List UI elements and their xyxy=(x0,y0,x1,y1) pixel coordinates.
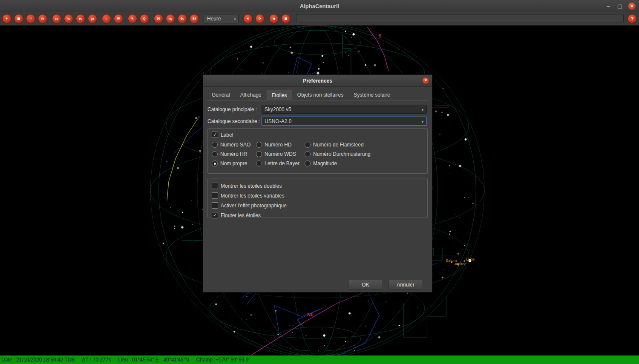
radio-icon[interactable] xyxy=(256,151,262,157)
radio-numero-hd[interactable]: Numéro HD xyxy=(256,142,305,148)
cancel-button[interactable]: Annuler xyxy=(388,280,423,289)
minimize-icon[interactable]: – xyxy=(605,3,611,9)
radio-icon[interactable] xyxy=(305,161,311,166)
radio-icon[interactable] xyxy=(305,142,311,148)
time-step-forward-icon[interactable]: ⟳ xyxy=(255,14,265,23)
catalog-ho-icon[interactable]: ho xyxy=(64,14,73,23)
toolbar-group-5: 60 ng 6c S9 xyxy=(154,14,199,23)
toolbar-group-2: cu ho ec ga xyxy=(52,14,97,23)
secondary-catalog-row: Catalogue secondaire : USNO-A2.0 xyxy=(207,117,427,126)
checkbox-label-text: Montrer les étoiles variables xyxy=(221,193,284,199)
dialog-tabs: Général Affichage Etoiles Objets non ste… xyxy=(207,90,429,100)
tab-etoiles[interactable]: Etoiles xyxy=(267,90,292,100)
clock-icon[interactable]: ◷ xyxy=(38,14,47,23)
label-radio-grid: Numéro SAO Numéro HD Numéro de Flamsteed… xyxy=(212,142,423,166)
radio-label-text: Numéro Durchmusterung xyxy=(313,151,371,157)
radio-numero-sao[interactable]: Numéro SAO xyxy=(212,142,256,148)
stopwatch-icon[interactable]: ◔ xyxy=(26,14,35,23)
radio-icon[interactable] xyxy=(212,161,218,166)
status-location: Lieu : 01°45'54" E - 49°41'45"N xyxy=(118,357,189,363)
radio-icon[interactable] xyxy=(256,161,262,166)
sky-label-s: S xyxy=(378,33,381,38)
close-icon[interactable]: × xyxy=(628,3,636,10)
tab-systeme-solaire[interactable]: Système solaire xyxy=(348,90,395,100)
time-step-back-icon[interactable]: ⟲ xyxy=(243,14,253,23)
tab-general[interactable]: Général xyxy=(207,90,235,100)
radio-icon[interactable] xyxy=(256,142,262,148)
checkbox-label-text: Flouter les étoiles xyxy=(221,212,261,218)
checkbox-label[interactable]: Label xyxy=(212,132,233,138)
radio-icon[interactable] xyxy=(212,151,218,157)
checkbox-etoiles-variables[interactable]: Montrer les étoiles variables xyxy=(212,192,287,199)
toolbar-group-3: ⌂ W xyxy=(102,14,123,23)
radio-nom-propre[interactable]: Nom propre xyxy=(212,161,256,166)
toolbar-group-4: ✎ Q xyxy=(128,14,149,23)
checkbox-icon[interactable] xyxy=(212,202,218,209)
catalog-ec-icon[interactable]: ec xyxy=(76,14,85,23)
checkbox-effet-photographique[interactable]: Activer l'effet photographique xyxy=(212,202,287,209)
maximize-icon[interactable]: ▢ xyxy=(617,3,623,9)
chevron-down-icon xyxy=(419,118,426,124)
radio-numero-flamsteed[interactable]: Numéro de Flamsteed xyxy=(305,142,423,148)
status-delta-t: ΔT : 70.277s xyxy=(82,357,111,363)
radio-numero-wds[interactable]: Numéro WDS xyxy=(256,151,305,157)
status-date: Date : 21/10/2020 18:50:42 TDB xyxy=(1,357,75,363)
checkbox-label-text: Montrer les étoiles doubles xyxy=(221,183,282,189)
ok-button[interactable]: OK xyxy=(348,280,383,289)
radio-label-text: Numéro SAO xyxy=(220,142,250,148)
window-controls: – ▢ × xyxy=(605,0,636,12)
primary-catalog-dropdown[interactable]: Sky2000 v5 xyxy=(262,105,427,114)
radio-numero-hr[interactable]: Numéro HR xyxy=(212,151,256,157)
catalog-ga-icon[interactable]: ga xyxy=(88,14,97,23)
star-display-checklist: Montrer les étoiles doubles Montrer les … xyxy=(212,183,287,218)
field-6c-icon[interactable]: 6c xyxy=(178,14,187,23)
chevron-down-icon xyxy=(232,16,238,22)
checkbox-flouter-etoiles[interactable]: Flouter les étoiles xyxy=(212,212,287,218)
zoom-60-icon[interactable]: 60 xyxy=(154,14,163,23)
radio-icon[interactable] xyxy=(212,142,218,148)
snapshot-icon[interactable]: ▣ xyxy=(281,14,291,23)
time-step-dropdown[interactable]: Heure xyxy=(204,14,239,23)
label-options-group: Label Numéro SAO Numéro HD Numéro de Fla… xyxy=(207,128,428,174)
stars-chart-icon[interactable]: ✶ xyxy=(2,14,12,23)
star-display-group: Montrer les étoiles doubles Montrer les … xyxy=(207,178,428,218)
field-s9-icon[interactable]: S9 xyxy=(190,14,199,23)
catalog-cu-icon[interactable]: cu xyxy=(52,14,61,23)
radio-lettre-bayer[interactable]: Lettre de Bayer xyxy=(256,161,305,166)
edit-chart-icon[interactable]: ✎ xyxy=(128,14,137,23)
radio-label-text: Numéro de Flamsteed xyxy=(313,142,364,148)
help-icon[interactable]: ? xyxy=(627,14,637,23)
home-position-icon[interactable]: ⌂ xyxy=(102,14,111,23)
dialog-close-icon[interactable]: × xyxy=(423,77,429,84)
tab-objets-non-stellaires[interactable]: Objets non stellaires xyxy=(292,90,349,100)
radio-magnitude[interactable]: Magnitude xyxy=(305,161,423,166)
radio-icon[interactable] xyxy=(305,151,311,157)
checkbox-icon[interactable] xyxy=(212,192,218,199)
radio-numero-durchmusterung[interactable]: Numéro Durchmusterung xyxy=(305,151,423,157)
secondary-catalog-dropdown[interactable]: USNO-A2.0 xyxy=(262,117,427,126)
status-bar: Date : 21/10/2020 18:50:42 TDB ΔT : 70.2… xyxy=(0,355,639,364)
checkbox-icon[interactable] xyxy=(212,212,218,218)
search-object-icon[interactable]: Q xyxy=(140,14,149,23)
main-toolbar: ✶ ▦ ◔ ◷ cu ho ec ga ⌂ W ✎ Q 60 ng 6c S9 … xyxy=(0,12,639,26)
checkbox-icon[interactable] xyxy=(212,183,218,189)
secondary-catalog-value: USNO-A2.0 xyxy=(262,118,419,124)
command-input[interactable] xyxy=(296,14,624,23)
toolbar-group-1: ✶ ▦ ◔ ◷ xyxy=(2,14,47,23)
preferences-dialog: Préférences × Général Affichage Etoiles … xyxy=(203,75,432,292)
toolbar-group-6: ⟲ ⟳ xyxy=(243,14,265,23)
time-step-value: Heure xyxy=(204,16,232,22)
dialog-buttons: OK Annuler xyxy=(348,280,423,289)
wikipedia-icon[interactable]: W xyxy=(114,14,123,23)
checkbox-icon[interactable] xyxy=(212,132,218,138)
objects-list-icon[interactable]: ▦ xyxy=(14,14,23,23)
time-rewind-icon[interactable]: ◀ xyxy=(269,14,279,23)
radio-label-text: Numéro WDS xyxy=(265,151,296,157)
checkbox-label-text: Activer l'effet photographique xyxy=(221,203,287,209)
dialog-titlebar[interactable]: Préférences × xyxy=(203,75,432,87)
checkbox-etoiles-doubles[interactable]: Montrer les étoiles doubles xyxy=(212,183,287,189)
tab-affichage[interactable]: Affichage xyxy=(235,90,267,100)
field-ng-icon[interactable]: ng xyxy=(166,14,175,23)
window-titlebar: AlphaCentaurii – ▢ × xyxy=(0,0,639,12)
toolbar-group-7: ◀ ▣ xyxy=(269,14,291,23)
